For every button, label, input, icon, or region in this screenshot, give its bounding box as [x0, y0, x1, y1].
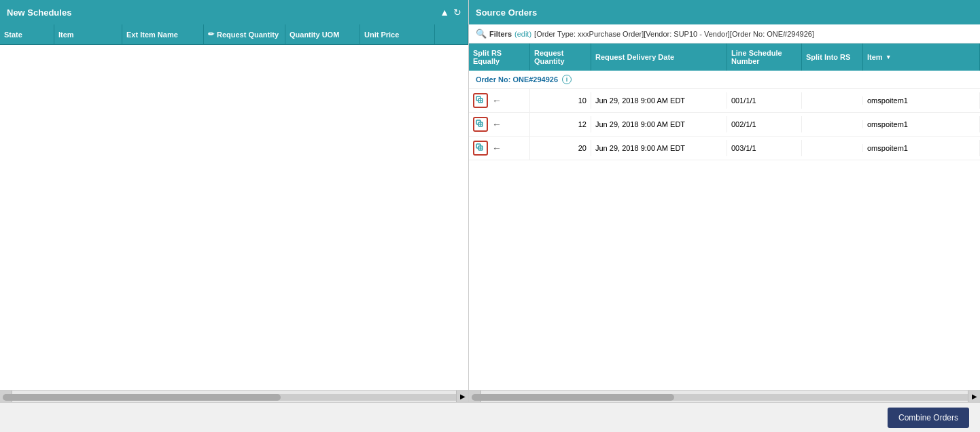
cell-req-qty-2: 12 [530, 116, 591, 132]
split-rs-button-3[interactable] [473, 141, 488, 156]
table-row: ← 12 Jun 29, 2018 9:00 AM EDT 002/1/1 om… [469, 113, 980, 137]
right-panel-header: Source Orders [469, 0, 980, 24]
col-header-line-schedule-number: Line Schedule Number [727, 43, 802, 71]
col-header-split-into-rs: Split Into RS [802, 43, 863, 71]
footer-bar: Combine Orders [0, 402, 980, 432]
cell-split-rs-2: ← [469, 113, 530, 136]
right-panel: Source Orders 🔍 Filters (edit) [Order Ty… [469, 0, 980, 402]
table-row: ← 20 Jun 29, 2018 9:00 AM EDT 003/1/1 om… [469, 137, 980, 160]
item-value-2: omspoitem1 [867, 120, 908, 128]
arrow-left-button-3[interactable]: ← [491, 142, 503, 154]
cell-req-del-1: Jun 29, 2018 9:00 AM EDT [591, 92, 727, 109]
left-panel: New Schedules ▲ ↻ State Item Ext Item Na… [0, 0, 469, 402]
line-sched-value-2: 002/1/1 [731, 120, 756, 128]
filter-label: Filters [489, 30, 512, 38]
order-group-label: Order No: ONE#294926 [476, 75, 558, 84]
col-header-state: State [0, 24, 54, 44]
col-header-item: Item [54, 24, 122, 44]
cell-req-del-2: Jun 29, 2018 9:00 AM EDT [591, 116, 727, 132]
cell-line-sched-2: 002/1/1 [727, 116, 802, 132]
order-group-header: Order No: ONE#294926 i [469, 71, 980, 89]
refresh-icon[interactable]: ↻ [453, 7, 461, 18]
sort-desc-icon: ▼ [886, 54, 892, 60]
right-horizontal-scrollbar[interactable]: ◀ ▶ [469, 390, 980, 402]
combine-orders-button[interactable]: Combine Orders [888, 408, 969, 428]
cell-req-del-3: Jun 29, 2018 9:00 AM EDT [591, 140, 727, 156]
col-header-quantity-uom: Quantity UOM [285, 24, 360, 44]
line-sched-value-3: 003/1/1 [731, 144, 756, 152]
left-table-header: State Item Ext Item Name ✏ Request Quant… [0, 24, 468, 45]
cell-item-3: omspoitem1 [863, 140, 980, 156]
col-header-split-rs-equally: Split RS Equally [469, 43, 530, 71]
right-scroll-right-arrow[interactable]: ▶ [968, 391, 980, 402]
req-qty-value-2: 12 [578, 120, 587, 128]
cell-split-into-1 [802, 96, 863, 105]
col-header-request-quantity: ✏ Request Quantity [204, 24, 285, 44]
left-table-body [0, 45, 468, 390]
item-value-1: omspoitem1 [867, 96, 908, 105]
arrow-left-button-2[interactable]: ← [491, 118, 503, 130]
line-sched-value-1: 001/1/1 [731, 96, 756, 105]
col-header-right-item[interactable]: Item ▼ [863, 43, 980, 71]
cell-split-rs-3: ← [469, 137, 530, 160]
right-table-header: Split RS Equally Request Quantity Reques… [469, 43, 980, 71]
cell-line-sched-3: 003/1/1 [727, 140, 802, 156]
pencil-icon: ✏ [208, 30, 214, 39]
filter-bar: 🔍 Filters (edit) [Order Type: xxxPurchas… [469, 24, 980, 43]
req-del-value-2: Jun 29, 2018 9:00 AM EDT [595, 120, 685, 128]
arrow-left-button-1[interactable]: ← [491, 94, 503, 107]
right-table-body: Order No: ONE#294926 i [469, 71, 980, 390]
filter-edit-link[interactable]: (edit) [514, 30, 531, 38]
right-panel-title: Source Orders [476, 7, 537, 18]
search-icon: 🔍 [476, 29, 487, 39]
req-qty-value-1: 10 [578, 96, 587, 105]
col-header-right-request-quantity: Request Quantity [530, 43, 591, 71]
scroll-right-arrow[interactable]: ▶ [456, 391, 468, 402]
cell-req-qty-1: 10 [530, 92, 591, 109]
req-qty-value-3: 20 [578, 144, 587, 152]
right-scrollbar-thumb[interactable] [472, 394, 674, 401]
col-header-extra [435, 24, 468, 44]
left-panel-header: New Schedules ▲ ↻ [0, 0, 468, 24]
panels-row: New Schedules ▲ ↻ State Item Ext Item Na… [0, 0, 980, 402]
collapse-icon[interactable]: ▲ [440, 7, 449, 18]
cell-req-qty-3: 20 [530, 140, 591, 156]
right-scrollbar-track [472, 394, 977, 401]
cell-split-rs-1: ← [469, 89, 530, 112]
col-header-ext-item-name: Ext Item Name [122, 24, 204, 44]
table-row: ← 10 Jun 29, 2018 9:00 AM EDT 001/1/1 om… [469, 89, 980, 113]
cell-item-2: omspoitem1 [863, 116, 980, 132]
cell-split-into-3 [802, 144, 863, 152]
cell-line-sched-1: 001/1/1 [727, 92, 802, 109]
item-value-3: omspoitem1 [867, 144, 908, 152]
split-rs-button-1[interactable] [473, 93, 488, 108]
cell-split-into-2 [802, 120, 863, 128]
req-del-value-3: Jun 29, 2018 9:00 AM EDT [595, 144, 685, 152]
main-container: New Schedules ▲ ↻ State Item Ext Item Na… [0, 0, 980, 432]
req-del-value-1: Jun 29, 2018 9:00 AM EDT [595, 96, 685, 105]
split-rs-button-2[interactable] [473, 117, 488, 132]
col-header-request-delivery-date: Request Delivery Date [591, 43, 727, 71]
info-icon[interactable]: i [562, 75, 572, 84]
left-header-icons: ▲ ↻ [440, 7, 461, 18]
left-panel-title: New Schedules [7, 7, 71, 18]
left-scrollbar-thumb[interactable] [3, 394, 281, 401]
filter-text: [Order Type: xxxPurchase Order][Vendor: … [534, 30, 814, 38]
left-horizontal-scrollbar[interactable]: ◀ ▶ [0, 390, 468, 402]
cell-item-1: omspoitem1 [863, 92, 980, 109]
left-scrollbar-track [3, 394, 466, 401]
col-header-unit-price: Unit Price [360, 24, 435, 44]
